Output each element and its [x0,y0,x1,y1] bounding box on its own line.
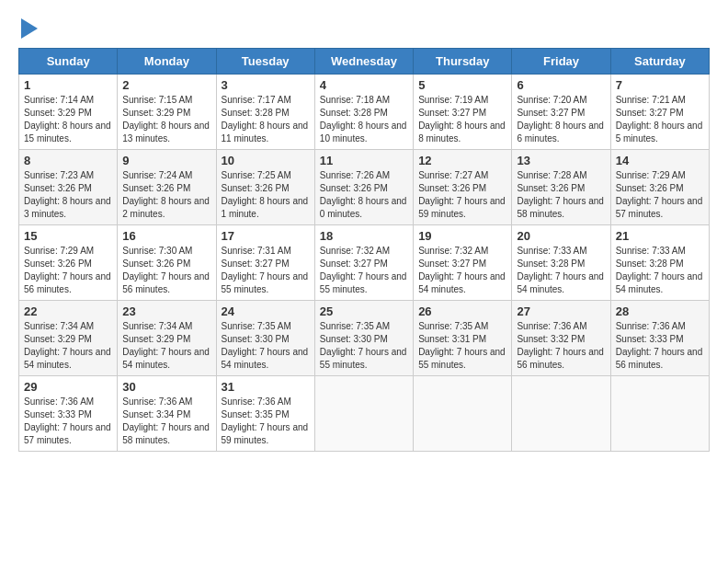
day-info: Sunrise: 7:31 AMSunset: 3:27 PMDaylight:… [222,245,310,296]
calendar-cell [314,376,413,452]
weekday-header-row: SundayMondayTuesdayWednesdayThursdayFrid… [19,49,710,75]
day-info: Sunrise: 7:27 AMSunset: 3:26 PMDaylight:… [418,169,506,221]
day-info: Sunrise: 7:29 AMSunset: 3:26 PMDaylight:… [24,245,112,296]
calendar-cell: 18Sunrise: 7:32 AMSunset: 3:27 PMDayligh… [314,225,413,301]
day-number: 10 [222,154,310,167]
day-info: Sunrise: 7:32 AMSunset: 3:27 PMDaylight:… [418,245,506,296]
calendar-cell: 27Sunrise: 7:36 AMSunset: 3:32 PMDayligh… [512,301,610,376]
calendar-cell [414,376,512,452]
day-info: Sunrise: 7:25 AMSunset: 3:26 PMDaylight:… [222,169,310,221]
calendar-cell: 10Sunrise: 7:25 AMSunset: 3:26 PMDayligh… [216,150,314,225]
logo [18,18,38,39]
calendar-cell: 1Sunrise: 7:14 AMSunset: 3:29 PMDaylight… [19,75,118,150]
day-info: Sunrise: 7:33 AMSunset: 3:28 PMDaylight:… [616,245,704,296]
calendar-cell: 8Sunrise: 7:23 AMSunset: 3:26 PMDaylight… [19,150,118,225]
calendar-cell: 11Sunrise: 7:26 AMSunset: 3:26 PMDayligh… [314,150,413,225]
day-info: Sunrise: 7:33 AMSunset: 3:28 PMDaylight:… [517,245,605,296]
day-info: Sunrise: 7:30 AMSunset: 3:26 PMDaylight:… [122,245,210,296]
day-number: 13 [517,154,605,167]
day-number: 20 [517,229,605,243]
calendar-cell: 2Sunrise: 7:15 AMSunset: 3:29 PMDaylight… [118,75,216,150]
day-number: 8 [24,154,112,167]
calendar-cell: 14Sunrise: 7:29 AMSunset: 3:26 PMDayligh… [610,150,709,225]
calendar-cell: 23Sunrise: 7:34 AMSunset: 3:29 PMDayligh… [118,301,216,376]
week-row-5: 29Sunrise: 7:36 AMSunset: 3:33 PMDayligh… [19,376,710,452]
day-number: 23 [122,304,210,318]
day-number: 9 [122,154,210,167]
header [18,18,710,39]
day-info: Sunrise: 7:34 AMSunset: 3:29 PMDaylight:… [122,320,210,372]
day-info: Sunrise: 7:23 AMSunset: 3:26 PMDaylight:… [24,169,112,221]
calendar-cell: 31Sunrise: 7:36 AMSunset: 3:35 PMDayligh… [216,376,314,452]
calendar-cell: 7Sunrise: 7:21 AMSunset: 3:27 PMDaylight… [610,75,709,150]
day-number: 26 [418,304,506,318]
calendar-cell: 17Sunrise: 7:31 AMSunset: 3:27 PMDayligh… [216,225,314,301]
day-number: 27 [517,304,605,318]
day-number: 6 [517,78,605,92]
day-number: 5 [418,78,506,92]
weekday-header-tuesday: Tuesday [216,49,314,75]
calendar-cell: 22Sunrise: 7:34 AMSunset: 3:29 PMDayligh… [19,301,118,376]
day-info: Sunrise: 7:36 AMSunset: 3:34 PMDaylight:… [122,396,210,447]
day-info: Sunrise: 7:36 AMSunset: 3:33 PMDaylight:… [24,396,112,447]
day-number: 19 [418,229,506,243]
day-number: 21 [616,229,704,243]
day-number: 7 [616,78,704,92]
day-info: Sunrise: 7:35 AMSunset: 3:30 PMDaylight:… [222,320,310,372]
day-info: Sunrise: 7:17 AMSunset: 3:28 PMDaylight:… [222,94,310,145]
day-number: 2 [122,78,210,92]
weekday-header-wednesday: Wednesday [314,49,413,75]
day-info: Sunrise: 7:36 AMSunset: 3:35 PMDaylight:… [222,396,310,447]
day-number: 15 [24,229,112,243]
logo-triangle-icon [21,18,38,39]
day-number: 28 [616,304,704,318]
day-number: 16 [122,229,210,243]
week-row-3: 15Sunrise: 7:29 AMSunset: 3:26 PMDayligh… [19,225,710,301]
day-info: Sunrise: 7:35 AMSunset: 3:30 PMDaylight:… [320,320,408,372]
day-number: 24 [222,304,310,318]
calendar-cell: 12Sunrise: 7:27 AMSunset: 3:26 PMDayligh… [414,150,512,225]
calendar-cell [610,376,709,452]
day-number: 17 [222,229,310,243]
calendar-cell: 6Sunrise: 7:20 AMSunset: 3:27 PMDaylight… [512,75,610,150]
calendar-cell: 9Sunrise: 7:24 AMSunset: 3:26 PMDaylight… [118,150,216,225]
day-info: Sunrise: 7:14 AMSunset: 3:29 PMDaylight:… [24,94,112,145]
day-info: Sunrise: 7:36 AMSunset: 3:33 PMDaylight:… [616,320,704,372]
day-number: 25 [320,304,408,318]
calendar-cell: 26Sunrise: 7:35 AMSunset: 3:31 PMDayligh… [414,301,512,376]
calendar-cell: 30Sunrise: 7:36 AMSunset: 3:34 PMDayligh… [118,376,216,452]
day-info: Sunrise: 7:18 AMSunset: 3:28 PMDaylight:… [320,94,408,145]
calendar-cell: 4Sunrise: 7:18 AMSunset: 3:28 PMDaylight… [314,75,413,150]
calendar-cell [512,376,610,452]
day-info: Sunrise: 7:34 AMSunset: 3:29 PMDaylight:… [24,320,112,372]
day-info: Sunrise: 7:26 AMSunset: 3:26 PMDaylight:… [320,169,408,221]
day-number: 29 [24,380,112,394]
day-info: Sunrise: 7:36 AMSunset: 3:32 PMDaylight:… [517,320,605,372]
weekday-header-saturday: Saturday [610,49,709,75]
calendar-cell: 5Sunrise: 7:19 AMSunset: 3:27 PMDaylight… [414,75,512,150]
day-number: 30 [122,380,210,394]
calendar-cell: 28Sunrise: 7:36 AMSunset: 3:33 PMDayligh… [610,301,709,376]
day-info: Sunrise: 7:21 AMSunset: 3:27 PMDaylight:… [616,94,704,145]
day-info: Sunrise: 7:24 AMSunset: 3:26 PMDaylight:… [122,169,210,221]
week-row-1: 1Sunrise: 7:14 AMSunset: 3:29 PMDaylight… [19,75,710,150]
day-number: 18 [320,229,408,243]
day-number: 31 [222,380,310,394]
calendar-cell: 25Sunrise: 7:35 AMSunset: 3:30 PMDayligh… [314,301,413,376]
day-number: 12 [418,154,506,167]
weekday-header-sunday: Sunday [19,49,118,75]
weekday-header-monday: Monday [118,49,216,75]
week-row-2: 8Sunrise: 7:23 AMSunset: 3:26 PMDaylight… [19,150,710,225]
calendar-cell: 24Sunrise: 7:35 AMSunset: 3:30 PMDayligh… [216,301,314,376]
day-number: 1 [24,78,112,92]
calendar-cell: 15Sunrise: 7:29 AMSunset: 3:26 PMDayligh… [19,225,118,301]
calendar-cell: 16Sunrise: 7:30 AMSunset: 3:26 PMDayligh… [118,225,216,301]
day-number: 3 [222,78,310,92]
day-number: 14 [616,154,704,167]
calendar-cell: 3Sunrise: 7:17 AMSunset: 3:28 PMDaylight… [216,75,314,150]
calendar-cell: 20Sunrise: 7:33 AMSunset: 3:28 PMDayligh… [512,225,610,301]
day-number: 4 [320,78,408,92]
day-info: Sunrise: 7:35 AMSunset: 3:31 PMDaylight:… [418,320,506,372]
weekday-header-thursday: Thursday [414,49,512,75]
day-info: Sunrise: 7:28 AMSunset: 3:26 PMDaylight:… [517,169,605,221]
